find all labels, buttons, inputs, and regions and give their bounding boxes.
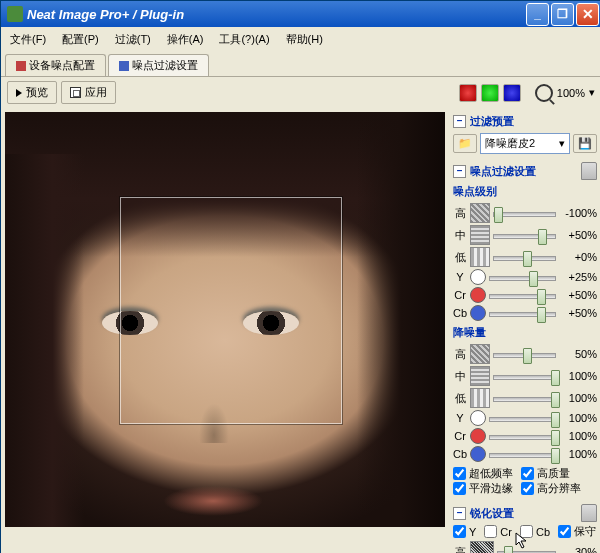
menu-action[interactable]: 操作(A) — [164, 30, 207, 49]
zoom-value: 100% — [557, 87, 585, 99]
apply-icon — [70, 87, 81, 98]
zoom-icon[interactable] — [535, 84, 553, 102]
y-channel-icon — [470, 410, 486, 426]
image-preview[interactable] — [5, 112, 445, 527]
menu-help[interactable]: 帮助(H) — [283, 30, 326, 49]
tabbar: 设备噪点配置 噪点过滤设置 — [1, 52, 600, 77]
freq-high-icon — [470, 344, 490, 364]
cr-channel-icon — [470, 287, 486, 303]
freq-mid-icon — [470, 366, 490, 386]
reset-icon[interactable] — [581, 162, 597, 180]
reduce-header: 降噪量 — [453, 323, 597, 342]
preset-save-button[interactable]: 💾 — [573, 134, 597, 153]
preview-button[interactable]: 预览 — [7, 81, 57, 104]
channel-r-button[interactable] — [459, 84, 477, 102]
sharpen-header: –锐化设置 — [453, 502, 597, 524]
reset-icon[interactable] — [581, 504, 597, 522]
chk-smooth[interactable]: 平滑边缘 — [453, 481, 513, 496]
tab-noise-filter[interactable]: 噪点过滤设置 — [108, 54, 209, 76]
mouse-cursor — [515, 532, 529, 550]
window-title: Neat Image Pro+ / Plug-in — [27, 7, 524, 22]
freq-high-icon — [470, 203, 490, 223]
sharp-high-icon — [470, 541, 494, 553]
slider-reduce-cb[interactable] — [489, 447, 556, 461]
chk-vlf[interactable]: 超低频率 — [453, 466, 513, 481]
slider-noise-low[interactable] — [493, 250, 556, 264]
collapse-icon[interactable]: – — [453, 165, 466, 178]
collapse-icon[interactable]: – — [453, 115, 466, 128]
chk-sharp-cr[interactable]: Cr — [484, 524, 512, 539]
cr-channel-icon — [470, 428, 486, 444]
app-window: Neat Image Pro+ / Plug-in _ ❐ ✕ 文件(F) 配置… — [0, 0, 600, 553]
slider-reduce-low[interactable] — [493, 391, 556, 405]
slider-reduce-y[interactable] — [489, 411, 556, 425]
apply-button[interactable]: 应用 — [61, 81, 116, 104]
preset-header: –过滤预置 — [453, 112, 597, 131]
minimize-button[interactable]: _ — [526, 3, 549, 26]
menu-filter[interactable]: 过滤(T) — [112, 30, 154, 49]
toolbar: 预览 应用 100% ▾ — [1, 77, 600, 108]
selection-rect[interactable] — [120, 197, 342, 424]
channel-g-button[interactable] — [481, 84, 499, 102]
freq-mid-icon — [470, 225, 490, 245]
slider-noise-cr[interactable] — [489, 288, 556, 302]
collapse-icon[interactable]: – — [453, 507, 466, 520]
chk-sharp-cons[interactable]: 保守 — [558, 524, 596, 539]
y-channel-icon — [470, 269, 486, 285]
slider-reduce-cr[interactable] — [489, 429, 556, 443]
tab-icon — [119, 61, 129, 71]
freq-low-icon — [470, 247, 490, 267]
menubar: 文件(F) 配置(P) 过滤(T) 操作(A) 工具(?)(A) 帮助(H) — [1, 27, 600, 52]
menu-config[interactable]: 配置(P) — [59, 30, 102, 49]
menu-file[interactable]: 文件(F) — [7, 30, 49, 49]
zoom-dropdown[interactable]: ▾ — [589, 86, 595, 99]
play-icon — [16, 89, 22, 97]
cb-channel-icon — [470, 305, 486, 321]
noise-levels-header: 噪点级别 — [453, 182, 597, 201]
cb-channel-icon — [470, 446, 486, 462]
slider-noise-high[interactable] — [493, 206, 556, 220]
chk-hq[interactable]: 高质量 — [521, 466, 570, 481]
close-button[interactable]: ✕ — [576, 3, 599, 26]
slider-reduce-mid[interactable] — [493, 369, 556, 383]
preset-select[interactable]: 降噪磨皮2▾ — [480, 133, 570, 154]
titlebar: Neat Image Pro+ / Plug-in _ ❐ ✕ — [1, 1, 600, 27]
tab-icon — [16, 61, 26, 71]
maximize-button[interactable]: ❐ — [551, 3, 574, 26]
app-icon — [7, 6, 23, 22]
noise-filter-header: –噪点过滤设置 — [453, 160, 597, 182]
channel-b-button[interactable] — [503, 84, 521, 102]
chk-sharp-y[interactable]: Y — [453, 524, 476, 539]
chk-hires[interactable]: 高分辨率 — [521, 481, 581, 496]
slider-reduce-high[interactable] — [493, 347, 556, 361]
slider-noise-mid[interactable] — [493, 228, 556, 242]
slider-noise-cb[interactable] — [489, 306, 556, 320]
slider-noise-y[interactable] — [489, 270, 556, 284]
chevron-down-icon: ▾ — [559, 137, 565, 150]
tab-device-profile[interactable]: 设备噪点配置 — [5, 54, 106, 76]
menu-tool[interactable]: 工具(?)(A) — [216, 30, 272, 49]
side-panel: –过滤预置 📁 降噪磨皮2▾ 💾 –噪点过滤设置 噪点级别 高-100% 中+5… — [449, 108, 600, 553]
freq-low-icon — [470, 388, 490, 408]
preset-open-button[interactable]: 📁 — [453, 134, 477, 153]
